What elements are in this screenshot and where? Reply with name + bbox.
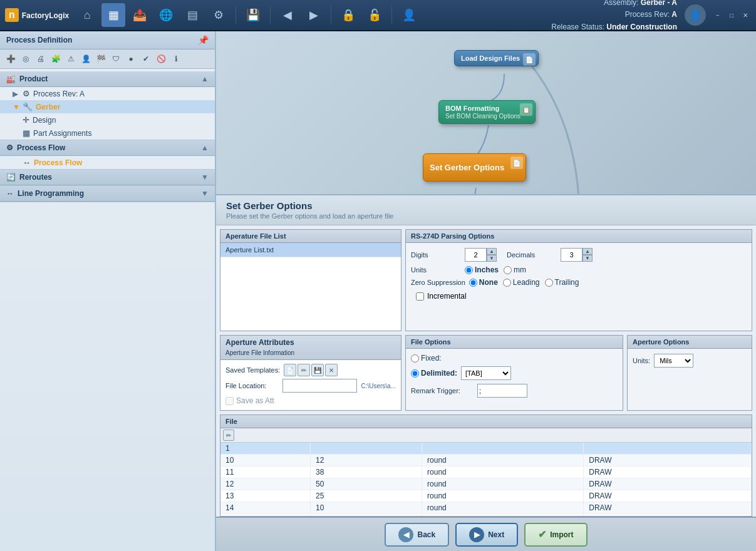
forward-icon[interactable]: ▶ — [302, 3, 326, 27]
design-label: Design — [33, 116, 56, 125]
window-controls: − □ ✕ — [712, 9, 751, 21]
incremental-checkbox[interactable] — [416, 292, 424, 301]
line-programming-header[interactable]: ↔ Line Programming ▼ — [0, 186, 215, 202]
file-options-title: File Options — [406, 336, 623, 349]
person-tool-btn[interactable]: 👤 — [79, 52, 93, 66]
pin-icon[interactable]: 📌 — [198, 35, 209, 45]
zs-leading-radio[interactable] — [503, 279, 511, 287]
dot-tool-btn[interactable]: ● — [124, 52, 138, 66]
file-location-input[interactable] — [282, 379, 357, 393]
back-button[interactable]: ◀ Back — [385, 523, 449, 547]
tree-item-process-rev[interactable]: ▶ ⚙ Process Rev: A — [0, 87, 215, 100]
delimited-radio[interactable] — [411, 369, 419, 378]
grid-icon[interactable]: ▦ — [101, 3, 125, 27]
table-row[interactable]: 1138roundDRAW — [220, 466, 752, 478]
line-prog-icon: ↔ — [6, 189, 14, 198]
target-tool-btn[interactable]: ◎ — [19, 52, 33, 66]
remark-trigger-input[interactable] — [477, 384, 527, 398]
digits-down[interactable]: ▼ — [487, 255, 497, 262]
person-search-icon[interactable]: 👤 — [397, 3, 421, 27]
table-scroll[interactable]: 11012roundDRAW1138roundDRAW1250roundDRAW… — [220, 443, 752, 516]
units-mm-radio[interactable] — [504, 266, 512, 274]
next-button[interactable]: ▶ Next — [455, 523, 518, 547]
table-icon[interactable]: ▤ — [180, 3, 204, 27]
table-row[interactable]: 1410roundDRAW — [220, 502, 752, 514]
top-content-area: Aperature File List Aperture List.txt RS… — [216, 225, 756, 335]
shield-tool-btn[interactable]: 🛡 — [109, 52, 123, 66]
lock-icon[interactable]: 🔒 — [336, 3, 360, 27]
minimize-button[interactable]: − — [712, 9, 723, 21]
wf-node-bom[interactable]: BOM Formatting Set BOM Cleaning Options … — [438, 100, 536, 124]
excl-tool-btn[interactable]: ⚠ — [64, 52, 78, 66]
digits-up[interactable]: ▲ — [487, 248, 497, 255]
table-row[interactable]: 1 — [220, 443, 752, 455]
rs274-content: Digits ▲ ▼ Decimals — [406, 243, 752, 307]
new-template-btn[interactable]: 📄 — [284, 364, 296, 376]
file-table-title: File — [220, 415, 752, 428]
zs-trailing-option[interactable]: Trailing — [545, 278, 579, 287]
zs-trailing-radio[interactable] — [545, 279, 553, 287]
table-row[interactable]: 1012roundDRAW — [220, 455, 752, 466]
send-icon[interactable]: 📤 — [128, 3, 152, 27]
close-button[interactable]: ✕ — [740, 9, 751, 21]
wf-node-load-design[interactable]: Load Design Files 📄 — [454, 50, 539, 66]
units-inches-radio[interactable] — [465, 266, 473, 274]
import-button[interactable]: ✔ Import — [524, 523, 587, 547]
zs-leading-option[interactable]: Leading — [503, 278, 540, 287]
check-tool-btn[interactable]: ✔ — [139, 52, 153, 66]
wf-node-set-gerber[interactable]: Set Gerber Options 📄 — [423, 153, 526, 182]
decimals-up[interactable]: ▲ — [583, 248, 593, 255]
aperture-list-title: Aperature File List — [220, 230, 401, 243]
tree-item-process-flow[interactable]: ↔ Process Flow — [0, 156, 215, 169]
table-row[interactable]: 1325roundDRAW — [220, 490, 752, 502]
save-icon[interactable]: 💾 — [241, 3, 265, 27]
units-inches-option[interactable]: Inches — [465, 265, 499, 274]
unlock-icon[interactable]: 🔓 — [363, 3, 386, 27]
save-as-att-checkbox[interactable] — [225, 397, 234, 405]
delimited-option[interactable]: Delimited: — [411, 369, 457, 378]
edit-template-btn[interactable]: ✏ — [298, 364, 310, 376]
flag-tool-btn[interactable]: 🏁 — [94, 52, 108, 66]
toolbar: ⌂ ▦ 📤 🌐 ▤ ⚙ 💾 ◀ ▶ 🔒 🔓 👤 — [75, 3, 421, 27]
digits-input[interactable] — [465, 248, 487, 262]
bottom-buttons: ◀ Back ▶ Next ✔ Import — [216, 517, 756, 551]
process-flow-header[interactable]: ⚙ Process Flow ▲ — [0, 140, 215, 156]
units-mm-option[interactable]: mm — [504, 265, 526, 274]
aperture-list-item[interactable]: Aperture List.txt — [220, 243, 401, 257]
tree-item-gerber[interactable]: ▼ 🔧 Gerber — [0, 100, 215, 113]
globe-icon[interactable]: 🌐 — [154, 3, 178, 27]
delete-template-btn[interactable]: ✕ — [325, 364, 338, 376]
maximize-button[interactable]: □ — [726, 9, 737, 21]
puzzle-tool-btn[interactable]: 🧩 — [49, 52, 63, 66]
save-template-btn[interactable]: 💾 — [311, 364, 324, 376]
user-avatar[interactable]: 👤 — [685, 4, 706, 26]
info-tool-btn[interactable]: ℹ — [169, 52, 183, 66]
product-section-header[interactable]: 🏭 Product ▲ — [0, 71, 215, 87]
zs-none-option[interactable]: None — [469, 278, 498, 287]
tree-item-part-assignments[interactable]: ▦ Part Assignments — [0, 126, 215, 140]
remark-trigger-label: Remark Trigger: — [411, 387, 474, 394]
fixed-radio[interactable] — [411, 354, 419, 363]
decimals-spinbox: ▲ ▼ — [561, 248, 593, 262]
reroutes-header[interactable]: 🔄 Reroutes ▼ — [0, 170, 215, 185]
print-tool-btn[interactable]: 🖨 — [34, 52, 48, 66]
decimals-input[interactable] — [561, 248, 583, 262]
table-row[interactable]: 1250roundDRAW — [220, 478, 752, 490]
zs-none-radio[interactable] — [469, 279, 477, 287]
tree-item-design[interactable]: ✛ Design — [0, 113, 215, 126]
file-table-panel: File ✏ 11012roundDRAW1138roundDRAW1250ro… — [220, 415, 752, 517]
table-row[interactable]: 1520roundDRAW — [220, 514, 752, 517]
back-icon[interactable]: ◀ — [276, 3, 299, 27]
home-icon[interactable]: ⌂ — [75, 3, 99, 27]
file-location-row: File Location: C:\Users\a... — [225, 379, 396, 393]
ao-units-select[interactable]: Mils mm Inches — [654, 354, 693, 368]
stop-tool-btn[interactable]: 🚫 — [154, 52, 168, 66]
add-tool-btn[interactable]: ➕ — [4, 52, 18, 66]
gear-icon[interactable]: ⚙ — [207, 3, 230, 27]
table-edit-btn[interactable]: ✏ — [223, 430, 234, 441]
aperture-attr-panel: Aperture Attributes Aperture File Inform… — [220, 335, 401, 411]
decimals-down[interactable]: ▼ — [583, 255, 593, 262]
gerber-label: Gerber — [36, 103, 60, 111]
fixed-option[interactable]: Fixed: — [411, 354, 442, 363]
delimiter-select[interactable]: [TAB] , ; — [461, 366, 511, 380]
